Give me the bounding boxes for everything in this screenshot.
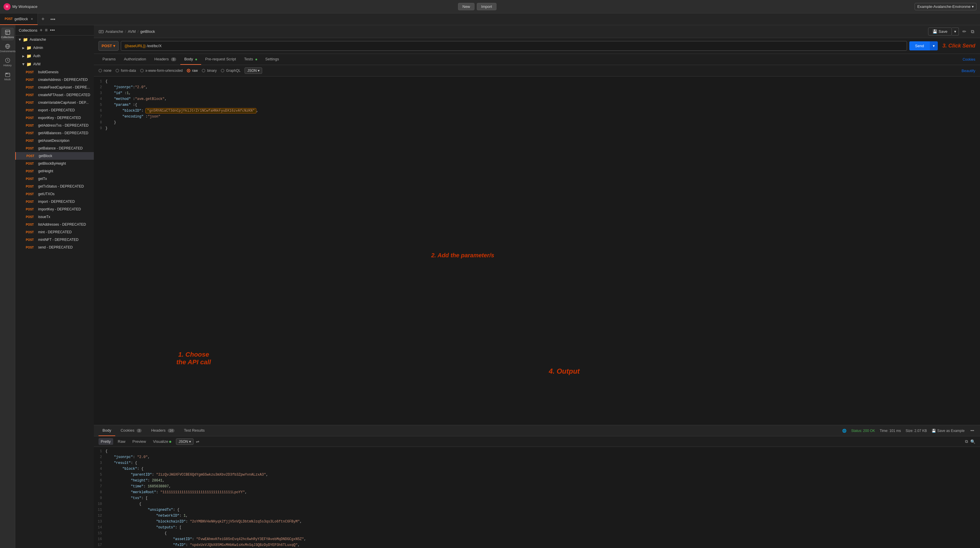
- new-tab-button[interactable]: +: [38, 16, 48, 22]
- sidebar-item-mock[interactable]: Mock: [1, 70, 14, 83]
- sidebar-group-avm[interactable]: ▶ 📁 AVM: [15, 60, 94, 68]
- list-item[interactable]: POST mint - DEPRECATED: [15, 228, 94, 236]
- radio-none: [99, 69, 102, 72]
- endpoint-name: getBlock: [39, 154, 52, 158]
- body-opt-binary[interactable]: binary: [202, 68, 217, 73]
- breadcrumb-collection: Avalanche: [105, 29, 123, 34]
- tab-params[interactable]: Params: [99, 54, 120, 65]
- url-input[interactable]: {{baseURL}} /ext/bc/X: [121, 41, 907, 51]
- list-item[interactable]: POST getHeight: [15, 167, 94, 175]
- request-tab-getblock[interactable]: POST getBlock ×: [0, 13, 38, 25]
- cookies-link[interactable]: Cookies: [963, 57, 975, 62]
- new-button[interactable]: New: [458, 3, 474, 10]
- res-filter-button[interactable]: ⇌: [196, 439, 199, 444]
- sidebar-item-history[interactable]: History: [1, 56, 14, 68]
- topbar: M My Workspace New Import Example-Avalan…: [0, 0, 980, 13]
- tab-pre-request[interactable]: Pre-request Script: [201, 54, 240, 65]
- close-icon[interactable]: ×: [31, 17, 33, 21]
- request-body-editor[interactable]: 1 { 2 "jsonrpc":"2.0", 3 "id" :1, 4 "met…: [94, 76, 980, 425]
- body-opt-none[interactable]: none: [99, 68, 112, 73]
- tabbar: POST getBlock × + •••: [0, 13, 980, 25]
- method-selector[interactable]: POST ▾: [99, 41, 118, 51]
- list-item[interactable]: POST mintNFT - DEPRECATED: [15, 236, 94, 243]
- tab-authorization[interactable]: Authorization: [119, 54, 150, 65]
- opt-label-none: none: [104, 68, 112, 73]
- list-item[interactable]: POST export - DEPRECATED: [15, 106, 94, 114]
- tab-tests[interactable]: Tests: [240, 54, 261, 65]
- chevron-icon: ▶: [22, 54, 25, 58]
- sidebar-more-button[interactable]: •••: [50, 27, 55, 33]
- list-item[interactable]: POST getTxStatus - DEPRECATED: [15, 183, 94, 190]
- more-tabs-button[interactable]: •••: [48, 17, 58, 22]
- list-item[interactable]: POST getAddressTxs - DEPRECATED: [15, 122, 94, 129]
- list-item-getblock[interactable]: POST getBlock: [15, 152, 94, 160]
- collections-icon: [5, 29, 11, 35]
- sidebar-item-environments[interactable]: Environments: [1, 41, 14, 54]
- add-collection-button[interactable]: +: [40, 27, 43, 33]
- list-item[interactable]: POST buildGenesis: [15, 68, 94, 76]
- list-item[interactable]: POST createVariableCapAsset - DEP...: [15, 99, 94, 106]
- body-opt-graphql[interactable]: GraphQL: [221, 68, 240, 73]
- sidebar-group-auth[interactable]: ▶ 📁 Auth: [15, 52, 94, 60]
- method-tag: POST: [26, 86, 37, 89]
- method-tag: POST: [26, 200, 37, 203]
- list-item[interactable]: POST send - DEPRECATED: [15, 243, 94, 251]
- send-button[interactable]: Send: [909, 41, 930, 51]
- sidebar-menu-button[interactable]: ≡: [45, 27, 48, 33]
- res-search-button[interactable]: 🔍: [970, 439, 975, 444]
- endpoint-name: issueTx: [38, 215, 50, 219]
- method-tag: POST: [26, 109, 37, 112]
- list-item[interactable]: POST getTx: [15, 175, 94, 183]
- json-format-selector[interactable]: JSON ▾: [245, 67, 262, 74]
- list-item[interactable]: POST getUTXOs: [15, 190, 94, 198]
- list-item[interactable]: POST import - DEPRECATED: [15, 198, 94, 205]
- pretty-view-button[interactable]: Pretty: [99, 438, 113, 445]
- save-button[interactable]: 💾 Save: [928, 27, 952, 35]
- save-dropdown-button[interactable]: ▾: [952, 27, 959, 35]
- visualize-button[interactable]: Visualize: [151, 438, 173, 445]
- res-tab-cookies[interactable]: Cookies 3: [116, 425, 146, 436]
- list-item[interactable]: POST listAddresses - DEPRECATED: [15, 221, 94, 228]
- res-json-selector[interactable]: JSON ▾: [176, 438, 194, 445]
- endpoint-name: send - DEPRECATED: [38, 245, 73, 249]
- beautify-button[interactable]: Beautify: [961, 68, 975, 73]
- save-example-button[interactable]: 💾 Save as Example: [932, 429, 964, 433]
- list-item[interactable]: POST getBlockByHeight: [15, 160, 94, 167]
- response-more-button[interactable]: •••: [969, 429, 975, 433]
- res-tab-body[interactable]: Body: [99, 425, 116, 436]
- method-tag: POST: [26, 170, 37, 173]
- sidebar-group-admin[interactable]: ▶ 📁 Admin: [15, 44, 94, 52]
- res-copy-button[interactable]: ⧉: [965, 439, 968, 444]
- tab-headers[interactable]: Headers 9: [150, 54, 180, 65]
- list-item[interactable]: POST createFixedCapAsset - DEPRE...: [15, 84, 94, 91]
- response-status-bar: 🌐 Status: 200 OK Time: 101 ms Size: 2.07…: [842, 429, 975, 433]
- env-selector[interactable]: Example-Avalanche-Environme ▾: [915, 3, 977, 10]
- sidebar-item-collections[interactable]: Collections: [1, 27, 14, 40]
- edit-button[interactable]: ✏: [961, 27, 967, 35]
- collection-avalanche[interactable]: ▶ 📁 Avalanche: [15, 35, 94, 44]
- tab-settings[interactable]: Settings: [261, 54, 283, 65]
- list-item[interactable]: POST createNFTAsset - DEPRECATED: [15, 91, 94, 99]
- blockid-highlight: "gn5RhN1aCT3dnCpjYkiJtrZr1NCwfaHNkFyuDX1…: [145, 108, 256, 113]
- preview-view-button[interactable]: Preview: [130, 438, 148, 445]
- endpoint-name: buildGenesis: [38, 70, 58, 74]
- res-line-1: 1{: [94, 449, 980, 455]
- body-opt-raw[interactable]: raw: [187, 68, 198, 73]
- body-opt-form-data[interactable]: form-data: [116, 68, 136, 73]
- list-item[interactable]: POST getAllBalances - DEPRECATED: [15, 129, 94, 137]
- res-tab-headers[interactable]: Headers 14: [147, 425, 178, 436]
- tab-body[interactable]: Body: [180, 54, 201, 65]
- list-item[interactable]: POST exportKey - DEPRECATED: [15, 114, 94, 122]
- copy-button[interactable]: ⧉: [970, 28, 975, 35]
- list-item[interactable]: POST getBalance - DEPRECATED: [15, 145, 94, 152]
- list-item[interactable]: POST importKey - DEPRECATED: [15, 205, 94, 213]
- list-item[interactable]: POST createAddress - DEPRECATED: [15, 76, 94, 84]
- workspace-name: M My Workspace: [3, 3, 38, 10]
- list-item[interactable]: POST issueTx: [15, 213, 94, 221]
- import-button[interactable]: Import: [477, 3, 496, 10]
- list-item[interactable]: POST getAssetDescription: [15, 137, 94, 145]
- send-dropdown-button[interactable]: ▾: [930, 41, 938, 51]
- raw-view-button[interactable]: Raw: [116, 438, 128, 445]
- res-tab-test-results[interactable]: Test Results: [180, 425, 209, 436]
- body-opt-urlencoded[interactable]: x-www-form-urlencoded: [140, 68, 183, 73]
